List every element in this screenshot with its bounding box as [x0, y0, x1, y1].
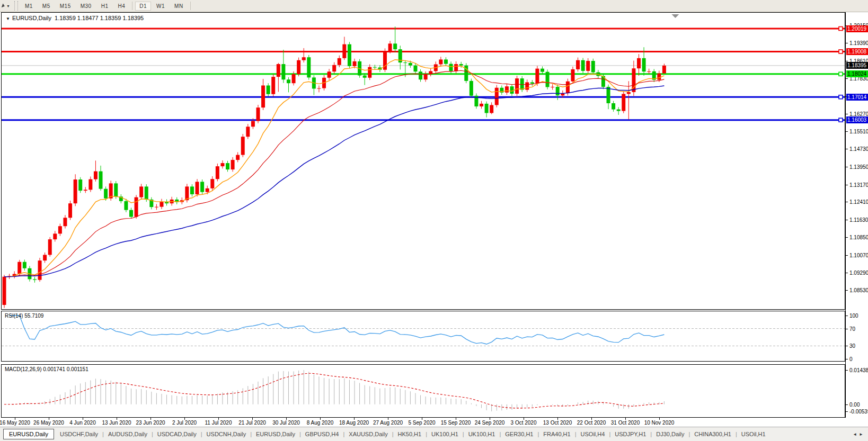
chart-tab-label[interactable]: USDCAD,Daily: [154, 429, 200, 439]
chart-tab-uk100-h1[interactable]: UK100,H1|: [465, 429, 502, 439]
chart-tab-usdchf-daily[interactable]: USDCHF,Daily|: [56, 429, 104, 439]
chevron-down-icon[interactable]: ▼: [6, 4, 10, 8]
rsi-plot[interactable]: [2, 311, 845, 361]
chart-tab-usoil-h4[interactable]: USOil,H4|: [577, 429, 612, 439]
chart-tab-label[interactable]: EURUSD,Daily: [3, 429, 54, 439]
tab-separator: |: [537, 431, 539, 437]
price-tick-label: 1.10850: [849, 235, 868, 240]
price-tick: [846, 237, 848, 238]
main-chart-pane[interactable]: ▼EURUSD,Daily 1.18359 1.18477 1.18359 1.…: [1, 12, 845, 310]
date-label: 18 Aug 2020: [339, 420, 369, 426]
macd-indicator-pane[interactable]: MACD(12,26,9) 0.001741 0.001151: [1, 364, 845, 418]
macd-label: MACD(12,26,9) 0.001741 0.001151: [5, 366, 88, 372]
chart-tab-dj30-daily[interactable]: DJ30,Daily|: [652, 429, 690, 439]
price-tick: [846, 220, 848, 220]
chart-tab-usdjpy-h1[interactable]: USDJPY,H1|: [611, 429, 652, 439]
timeframe-button-w1[interactable]: W1: [152, 2, 169, 11]
chart-tab-eurusd-daily[interactable]: EURUSD,Daily|: [252, 429, 302, 439]
chart-tab-ger30-h1[interactable]: GER30,H1|: [501, 429, 539, 439]
price-axis[interactable]: 1.201501.193901.186101.178301.170501.162…: [845, 12, 868, 418]
date-label: 11 Jul 2020: [205, 420, 232, 426]
date-label: 23 Jun 2020: [136, 420, 165, 426]
tab-separator: |: [609, 431, 610, 437]
tab-scroll-arrows: ◄►: [853, 432, 865, 437]
chart-tab-xauusd-daily[interactable]: XAUUSD,Daily|: [345, 429, 394, 439]
timeframe-buttons: M1M5M15M30H1H4D1W1MN: [20, 2, 193, 11]
chart-tab-label[interactable]: USDCNH,Daily: [203, 429, 250, 439]
timeframe-button-m5[interactable]: M5: [38, 2, 55, 11]
chart-tab-label[interactable]: FRA40,H1: [539, 429, 574, 439]
chart-tab-china300-h1[interactable]: CHINA300,H1|: [690, 429, 738, 439]
trading-terminal-window: ▼ M1M5M15M30H1H4D1W1MN ▼EURUSD,Daily 1.1…: [0, 0, 868, 441]
chart-tab-label[interactable]: XAUUSD,Daily: [345, 429, 391, 439]
timeframe-button-m15[interactable]: M15: [56, 2, 75, 11]
chart-tab-gbpusd-h4[interactable]: GBPUSD,H4|: [302, 429, 345, 439]
tab-scroll-right-icon[interactable]: ►: [859, 432, 865, 437]
chart-title: ▼EURUSD,Daily 1.18359 1.18477 1.18359 1.…: [6, 15, 144, 21]
chart-tab-eurusd-daily[interactable]: EURUSD,Daily: [3, 429, 56, 439]
macd-plot[interactable]: [2, 365, 845, 417]
timeframe-button-m30[interactable]: M30: [76, 2, 96, 11]
toolbar-grip[interactable]: [14, 1, 18, 11]
rsi-tick: [846, 359, 848, 359]
chart-tab-label[interactable]: UK100,H1: [428, 429, 462, 439]
price-tick: [846, 255, 848, 256]
chart-tab-label[interactable]: GBPUSD,H4: [302, 429, 343, 439]
chart-tab-label[interactable]: USOil,H1: [738, 429, 769, 439]
toolbar-separator: [190, 2, 191, 10]
chart-tab-usoil-h1[interactable]: USOil,H1: [738, 429, 769, 439]
date-axis[interactable]: 16 May 202026 May 20204 Jun 202013 Jun 2…: [0, 418, 868, 427]
chart-tab-fra40-h1[interactable]: FRA40,H1|: [539, 429, 577, 439]
date-label: 30 Jul 2020: [272, 420, 300, 426]
chart-tab-audusd-daily[interactable]: AUDUSD,Daily|: [104, 429, 154, 439]
macd-tick: [846, 404, 848, 405]
chart-tab-label[interactable]: USDCHF,Daily: [56, 429, 102, 439]
price-level-badge: 1.16003: [846, 116, 868, 123]
chart-tab-label[interactable]: DJ30,Daily: [652, 429, 688, 439]
rsi-tick-label: 70: [849, 326, 855, 332]
chart-tab-label[interactable]: USDJPY,H1: [611, 429, 650, 439]
cursor-tool-button[interactable]: ▼: [0, 0, 12, 12]
timeframe-button-d1[interactable]: D1: [135, 2, 151, 11]
chart-tab-uk100-h1[interactable]: UK100,H1|: [428, 429, 465, 439]
chart-tab-label[interactable]: USOil,H4: [577, 429, 609, 439]
rsi-tick-label: 30: [849, 343, 855, 349]
chart-tab-bar: EURUSD,DailyUSDCHF,Daily|AUDUSD,Daily|US…: [0, 427, 868, 441]
chart-tab-label[interactable]: CHINA300,H1: [690, 429, 735, 439]
date-label: 5 Sep 2020: [408, 420, 435, 426]
timeframe-button-m1[interactable]: M1: [21, 2, 37, 11]
date-label: 16 May 2020: [0, 420, 30, 426]
price-tick: [846, 202, 848, 202]
rsi-tick-label: 0: [849, 356, 853, 362]
title-collapse-icon[interactable]: ▼: [6, 16, 10, 21]
chart-tab-label[interactable]: UK100,H1: [465, 429, 499, 439]
price-tick-label: 1.12410: [849, 199, 868, 205]
chart-tab-label[interactable]: EURUSD,Daily: [252, 429, 299, 439]
tab-scroll-left-icon[interactable]: ◄: [853, 432, 859, 437]
rsi-indicator-pane[interactable]: RSI(14) 55.7109: [1, 311, 845, 362]
timeframe-button-mn[interactable]: MN: [170, 2, 188, 11]
price-tick-label: 1.13170: [849, 182, 868, 188]
chart-symbol-label: EURUSD,Daily: [12, 15, 51, 21]
macd-tick: [846, 370, 848, 371]
chart-tab-usdcad-daily[interactable]: USDCAD,Daily|: [154, 429, 203, 439]
price-tick: [846, 185, 848, 185]
price-level-badge: 1.19008: [846, 48, 868, 55]
timeframe-button-h4[interactable]: H4: [113, 2, 129, 11]
rsi-tick: [846, 316, 848, 316]
candlestick-chart[interactable]: [2, 13, 845, 309]
tab-separator: |: [152, 431, 153, 437]
date-label: 26 May 2020: [33, 420, 64, 426]
date-label: 21 Jul 2020: [238, 420, 266, 426]
timeframe-toolbar: ▼ M1M5M15M30H1H4D1W1MN: [0, 0, 868, 12]
timeframe-button-h1[interactable]: H1: [97, 2, 113, 11]
chart-tab-hk50-h1[interactable]: HK50,H1|: [394, 429, 428, 439]
rsi-tick-label: 100: [849, 313, 858, 319]
macd-tick: [846, 411, 848, 412]
chart-tab-label[interactable]: HK50,H1: [394, 429, 426, 439]
chart-tab-usdcnh-daily[interactable]: USDCNH,Daily|: [203, 429, 252, 439]
chart-tab-label[interactable]: GER30,H1: [501, 429, 537, 439]
chart-tab-label[interactable]: AUDUSD,Daily: [104, 429, 151, 439]
chart-ohlc-values: 1.18359 1.18477 1.18359 1.18395: [55, 15, 144, 21]
tab-separator: |: [499, 431, 501, 437]
